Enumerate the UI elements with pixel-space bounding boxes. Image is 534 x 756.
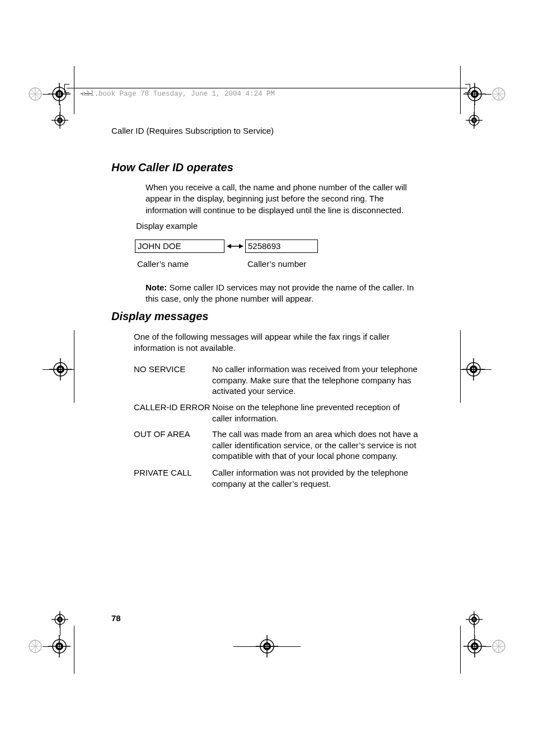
svg-point-0 — [29, 88, 41, 100]
svg-line-63 — [494, 642, 503, 651]
svg-point-42 — [58, 645, 61, 648]
header-path-text: all.book Page 78 Tuesday, June 1, 2004 4… — [82, 90, 275, 98]
msg-label: NO SERVICE — [134, 364, 212, 375]
svg-point-20 — [493, 88, 505, 100]
double-arrow-icon — [227, 242, 243, 252]
svg-line-48 — [31, 642, 40, 651]
msg-desc: No caller information was received from … — [212, 364, 419, 397]
svg-line-4 — [31, 90, 40, 98]
caller-name-value: JOHN DOE — [138, 241, 181, 251]
msg-label: CALLER-ID ERROR — [134, 402, 212, 413]
msg-label: PRIVATE CALL — [134, 467, 212, 478]
note-text: Some caller ID services may not provide … — [146, 283, 414, 303]
caller-number-caption: Caller’s number — [247, 259, 306, 270]
note-bold: Note: — [146, 283, 167, 292]
caller-name-box: JOHN DOE — [135, 240, 224, 253]
running-header: Caller ID (Requires Subscription to Serv… — [111, 126, 274, 135]
svg-point-41 — [55, 642, 63, 650]
section-heading-how: How Caller ID operates — [111, 161, 233, 174]
how-paragraph: When you receive a call, the name and ph… — [146, 182, 425, 216]
svg-line-49 — [31, 642, 40, 651]
svg-marker-77 — [239, 244, 243, 248]
page-number: 78 — [111, 613, 121, 623]
msg-row-callerid-error: CALLER-ID ERROR Noise on the telephone l… — [134, 402, 419, 424]
svg-point-57 — [473, 645, 476, 648]
svg-point-7 — [58, 92, 61, 96]
svg-marker-76 — [227, 244, 231, 248]
caller-name-caption: Caller’s name — [137, 259, 189, 270]
msg-desc: Caller information was not provided by t… — [212, 467, 419, 489]
msg-label: OUT OF AREA — [134, 429, 212, 440]
caller-number-value: 5258693 — [248, 241, 280, 251]
svg-point-56 — [471, 642, 479, 650]
svg-point-60 — [493, 640, 505, 652]
svg-line-3 — [31, 90, 40, 98]
msg-desc: The call was made from an area which doe… — [212, 429, 419, 462]
section-heading-display-messages: Display messages — [111, 310, 208, 323]
svg-line-23 — [494, 90, 503, 98]
msg-row-out-of-area: OUT OF AREA The call was made from an ar… — [134, 429, 419, 462]
svg-line-64 — [494, 642, 503, 651]
msg-row-private-call: PRIVATE CALL Caller information was not … — [134, 467, 419, 489]
caller-number-box: 5258693 — [245, 240, 318, 253]
svg-line-24 — [494, 90, 503, 98]
display-msgs-intro: One of the following messages will appea… — [134, 331, 414, 354]
svg-point-55 — [468, 640, 481, 653]
svg-point-6 — [55, 90, 63, 98]
msg-row-no-service: NO SERVICE No caller information was rec… — [134, 364, 419, 397]
svg-point-16 — [471, 90, 479, 98]
how-note: Note: Some caller ID services may not pr… — [146, 282, 420, 305]
msg-desc: Noise on the telephone line prevented re… — [212, 402, 419, 424]
display-example-label: Display example — [136, 220, 198, 232]
svg-point-17 — [473, 92, 476, 96]
svg-point-45 — [29, 640, 41, 652]
svg-point-40 — [53, 640, 66, 653]
